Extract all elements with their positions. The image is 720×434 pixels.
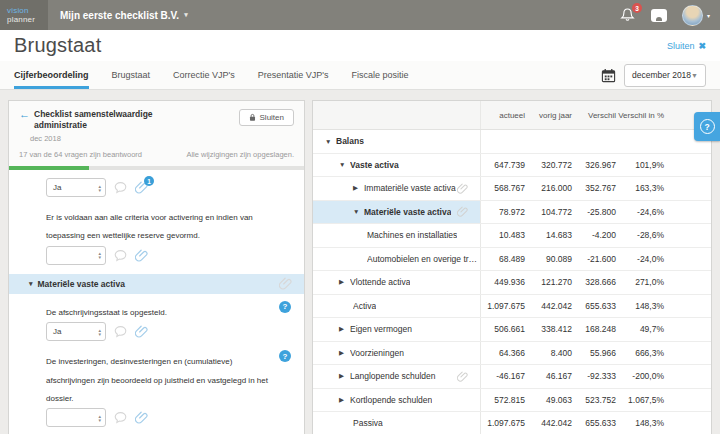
row-label: Vaste activa — [350, 160, 399, 170]
attachment-icon[interactable] — [135, 249, 148, 262]
balance-table-body: ▼ Balans ▼ Vaste activa 647.739 320.772 … — [313, 130, 711, 434]
row-expand-icon[interactable]: ▼ — [353, 208, 364, 215]
row-expand-icon[interactable]: ▶ — [339, 349, 350, 357]
checklist-body: Ja ▴▾ 1 Er is voldaan aan alle criteria … — [9, 170, 304, 434]
row-expand-icon[interactable]: ▶ — [339, 396, 350, 404]
attachment-icon[interactable] — [135, 325, 148, 338]
table-row[interactable]: ▶ Langlopende schulden -46.167 46.167 -9… — [313, 365, 711, 389]
checklist-title: Checklist samenstelwaardige administrati… — [34, 109, 204, 131]
page-header: Brugstaat Sluiten ✖ — [0, 30, 720, 61]
table-row[interactable]: Machines en installaties 10.483 14.683 -… — [313, 224, 711, 248]
question-controls: Ja ▴▾ — [46, 322, 294, 341]
cell-verschil: 55.966 — [574, 342, 618, 365]
close-page-link[interactable]: Sluiten ✖ — [667, 41, 706, 51]
top-bar: vision planner Mijn eerste checklist B.V… — [0, 0, 720, 30]
user-menu[interactable]: ▾ — [682, 5, 710, 26]
help-icon[interactable]: ? — [279, 301, 291, 313]
question-controls: ▴▾ — [46, 246, 294, 265]
cell-verschil-pct: 666,3% — [618, 342, 666, 365]
help-button[interactable]: ? — [694, 112, 720, 141]
row-attachment-icon[interactable] — [457, 371, 468, 382]
cell-verschil-pct: 163,3% — [618, 177, 666, 200]
comment-icon[interactable] — [114, 249, 127, 262]
company-name: Mijn eerste checklist B.V. — [60, 10, 179, 21]
tab[interactable]: Presentatie VJP's — [258, 61, 329, 89]
table-row[interactable]: ▶ Eigen vermogen 506.661 338.412 168.248… — [313, 318, 711, 342]
table-row[interactable]: ▶ Voorzieningen 64.366 8.400 55.966 666,… — [313, 342, 711, 366]
comment-icon[interactable] — [114, 181, 127, 194]
answer-select[interactable]: Ja ▴▾ — [46, 178, 106, 197]
row-label: Langlopende schulden — [350, 371, 436, 381]
table-row[interactable]: ▶ Immateriële vaste activa 568.767 216.0… — [313, 177, 711, 201]
cell-verschil-pct: 271,0% — [618, 271, 666, 294]
row-label: Machines en installaties — [367, 230, 457, 240]
table-row[interactable]: Activa 1.097.675 442.042 655.633 148,3% — [313, 295, 711, 319]
row-label: Passiva — [353, 418, 383, 428]
row-expand-icon[interactable]: ▼ — [339, 161, 350, 168]
answer-select[interactable]: ▴▾ — [46, 408, 106, 427]
comment-icon[interactable] — [114, 325, 127, 338]
column-header-verschil: Verschil — [574, 101, 618, 129]
row-attachment-icon[interactable] — [457, 206, 468, 217]
table-row[interactable]: ▼ Balans — [313, 130, 711, 154]
visionplanner-logo[interactable]: vision planner — [0, 0, 48, 30]
table-row[interactable]: Automobielen en overige transportmiddel…… — [313, 248, 711, 272]
cell-actueel — [481, 130, 527, 153]
saved-status-text: Alle wijzigingen zijn opgeslagen. — [186, 150, 294, 159]
avatar — [682, 5, 703, 26]
cell-actueel: 449.936 — [481, 271, 527, 294]
select-stepper-icon: ▴▾ — [98, 251, 101, 259]
cell-verschil: -25.800 — [574, 201, 618, 224]
row-label-cell: ▶ Kortlopende schulden — [313, 389, 481, 412]
cell-vorig-jaar: 216.000 — [527, 177, 574, 200]
answer-value: Ja — [53, 183, 61, 192]
calendar-icon[interactable] — [601, 68, 616, 83]
section-attachment-icon[interactable] — [279, 277, 292, 290]
row-attachment-icon[interactable] — [457, 183, 468, 194]
cell-actueel: -46.167 — [481, 365, 527, 388]
table-row[interactable]: ▶ Kortlopende schulden 572.815 49.063 52… — [313, 389, 711, 413]
answer-value: Ja — [53, 327, 61, 336]
select-stepper-icon: ▴▾ — [98, 328, 101, 336]
support-chat-button[interactable] — [651, 9, 667, 22]
cell-verschil-pct: 148,3% — [618, 412, 666, 434]
tab[interactable]: Fiscale positie — [352, 61, 409, 89]
answer-select[interactable]: ▴▾ — [46, 246, 106, 265]
table-row[interactable]: ▼ Vaste activa 647.739 320.772 326.967 1… — [313, 154, 711, 178]
tab[interactable]: Cijferbeoordeling — [14, 61, 89, 89]
answer-select[interactable]: Ja ▴▾ — [46, 322, 106, 341]
checklist-header: ← Checklist samenstelwaardige administra… — [9, 101, 304, 166]
company-selector[interactable]: Mijn eerste checklist B.V. ▾ — [60, 10, 188, 21]
table-row[interactable]: ▼ Materiële vaste activa 78.972 104.772 … — [313, 201, 711, 225]
cell-vorig-jaar: 49.063 — [527, 389, 574, 412]
tab[interactable]: Brugstaat — [112, 61, 151, 89]
select-stepper-icon: ▴▾ — [98, 184, 101, 192]
row-expand-icon[interactable]: ▶ — [339, 278, 350, 286]
comment-icon[interactable] — [114, 411, 127, 424]
row-label-cell: Automobielen en overige transportmiddel… — [313, 248, 481, 271]
help-icon[interactable]: ? — [279, 350, 291, 362]
row-label: Balans — [336, 136, 364, 146]
row-expand-icon[interactable]: ▶ — [353, 184, 364, 192]
row-expand-icon[interactable]: ▶ — [339, 325, 350, 333]
row-label-cell: ▶ Vlottende activa — [313, 271, 481, 294]
column-header-vorig-jaar: vorig jaar — [527, 101, 574, 129]
checklist-section-header[interactable]: ▾ Materiële vaste activa — [9, 274, 304, 294]
tab-label: Presentatie VJP's — [258, 70, 329, 80]
tab[interactable]: Correctie VJP's — [173, 61, 235, 89]
lock-close-button[interactable]: Sluiten — [239, 109, 294, 126]
attachment-icon[interactable] — [135, 411, 148, 424]
back-arrow-icon[interactable]: ← — [19, 109, 30, 120]
row-label-cell: ▶ Immateriële vaste activa — [313, 177, 481, 200]
table-row[interactable]: ▶ Vlottende activa 449.936 121.270 328.6… — [313, 271, 711, 295]
table-row[interactable]: Passiva 1.097.675 442.042 655.633 148,3% — [313, 412, 711, 434]
row-expand-icon[interactable]: ▼ — [325, 138, 336, 145]
collapse-icon: ▾ — [29, 280, 33, 288]
period-select[interactable]: december 2018 ▼ — [624, 64, 706, 87]
balance-table-header: actueel vorig jaar Verschil Verschil in … — [313, 101, 711, 130]
cell-verschil-pct: 148,3% — [618, 295, 666, 318]
attachment-icon[interactable]: 1 — [135, 181, 148, 194]
notifications-button[interactable]: 3 — [620, 7, 636, 23]
row-expand-icon[interactable]: ▶ — [339, 372, 350, 380]
period-value: december 2018 — [632, 70, 691, 80]
